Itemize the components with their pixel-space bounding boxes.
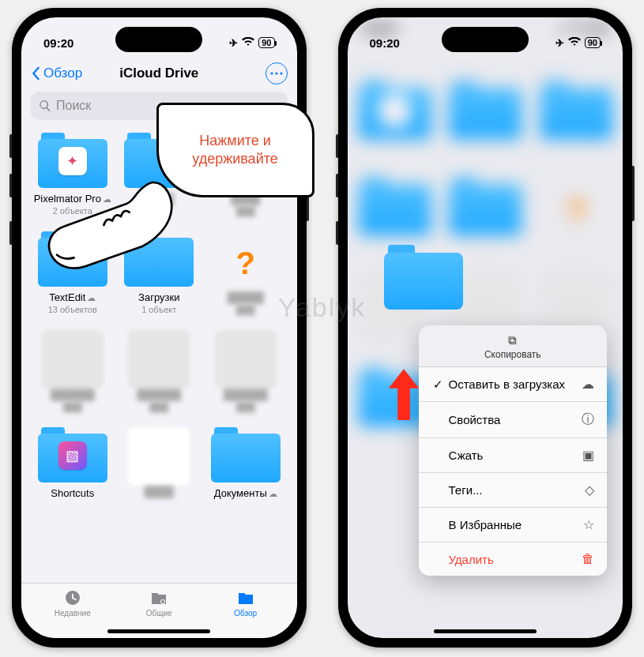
ctx-favorite[interactable]: В Избранные ☆ bbox=[419, 508, 608, 542]
ctx-info[interactable]: Свойства ⓘ bbox=[419, 402, 608, 438]
info-icon: ⓘ bbox=[582, 411, 594, 428]
home-indicator[interactable] bbox=[434, 629, 537, 633]
battery-indicator: 90 bbox=[258, 37, 274, 48]
ctx-tags[interactable]: Теги... ◇ bbox=[419, 473, 608, 508]
hand-pointer-icon bbox=[36, 174, 178, 276]
battery-indicator: 90 bbox=[585, 37, 601, 48]
star-icon: ☆ bbox=[583, 517, 594, 532]
ctx-keep-downloaded[interactable]: ✓Оставить в загрузках ☁︎ bbox=[419, 367, 608, 402]
folder-documents[interactable]: Документы☁︎ bbox=[205, 427, 286, 499]
folder-icon bbox=[235, 588, 256, 607]
folder-shortcuts[interactable]: ▧ Shortcuts bbox=[32, 427, 113, 499]
cloud-icon: ☁︎ bbox=[269, 489, 277, 499]
phone-right: 09:20 ✈︎ 90 ✦ bbox=[338, 8, 633, 648]
search-icon bbox=[39, 99, 51, 112]
ctx-copy[interactable]: ⧉ Скопировать bbox=[419, 325, 608, 367]
file-blurred-2[interactable]: ██████ ███ bbox=[119, 330, 200, 411]
shortcuts-thumb-icon: ▧ bbox=[58, 441, 87, 470]
context-menu: ⧉ Скопировать ✓Оставить в загрузках ☁︎ С… bbox=[419, 325, 608, 576]
tab-recents[interactable]: Недавние bbox=[29, 588, 116, 627]
folder-unknown[interactable]: █████ ███ bbox=[205, 231, 286, 314]
context-target-folder[interactable] bbox=[384, 245, 463, 310]
wifi-icon bbox=[568, 37, 581, 49]
nav-bar: Обзор iCloud Drive bbox=[21, 57, 297, 90]
screen-right: 09:20 ✈︎ 90 ✦ bbox=[348, 17, 623, 638]
status-right: ✈︎ 90 bbox=[229, 37, 274, 49]
status-time: 09:20 bbox=[370, 36, 400, 50]
more-button[interactable] bbox=[266, 62, 288, 84]
clock-icon bbox=[62, 588, 83, 607]
ctx-delete[interactable]: Удалить 🗑 bbox=[419, 542, 608, 576]
check-icon: ✓ bbox=[431, 377, 446, 392]
status-right: ✈︎ 90 bbox=[555, 37, 601, 49]
tag-icon: ◇ bbox=[585, 482, 594, 497]
file-blurred-3[interactable]: ██████ ███ bbox=[205, 330, 286, 411]
copy-icon: ⧉ bbox=[419, 333, 608, 347]
pixelmator-thumb-icon: ✦ bbox=[58, 147, 87, 175]
file-blurred-4[interactable]: ████ bbox=[119, 427, 200, 499]
file-blurred-1[interactable]: ██████ ███ bbox=[32, 330, 113, 411]
folder-shared-icon bbox=[149, 588, 169, 607]
airplane-icon: ✈︎ bbox=[229, 37, 238, 49]
tutorial-callout: Нажмите и удерживайте bbox=[156, 103, 314, 197]
dynamic-island bbox=[442, 27, 529, 52]
home-indicator[interactable] bbox=[107, 629, 210, 633]
search-placeholder: Поиск bbox=[56, 99, 91, 113]
annotation-arrow-icon bbox=[381, 365, 427, 420]
back-button[interactable]: Обзор bbox=[31, 66, 82, 81]
svg-point-2 bbox=[280, 72, 282, 74]
ctx-compress[interactable]: Сжать ▣ bbox=[419, 438, 608, 473]
svg-point-1 bbox=[275, 72, 277, 74]
trash-icon: 🗑 bbox=[582, 552, 594, 566]
airplane-icon: ✈︎ bbox=[555, 37, 564, 49]
tab-shared[interactable]: Общие bbox=[116, 588, 203, 627]
cloud-icon: ☁︎ bbox=[87, 293, 96, 303]
wifi-icon bbox=[242, 37, 254, 49]
tab-browse[interactable]: Обзор bbox=[202, 588, 289, 627]
dynamic-island bbox=[115, 27, 202, 52]
status-time: 09:20 bbox=[43, 36, 73, 50]
svg-point-0 bbox=[270, 72, 273, 74]
phone-left: 09:20 ✈︎ 90 Обзор iCloud Drive Поиск bbox=[12, 8, 307, 648]
archive-icon: ▣ bbox=[582, 448, 594, 463]
cloud-filled-icon: ☁︎ bbox=[582, 377, 594, 392]
